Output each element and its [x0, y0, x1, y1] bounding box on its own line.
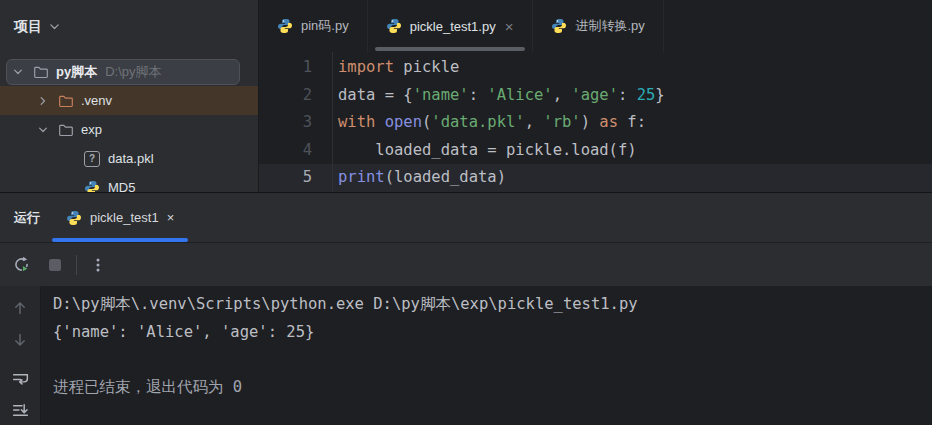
kebab-menu-icon — [89, 256, 107, 274]
close-tab-icon[interactable]: × — [504, 19, 515, 34]
run-tool-window: 运行 pickle_test1 × — [0, 192, 932, 425]
rerun-icon — [12, 255, 31, 274]
code-line[interactable]: 5print(loaded_data) — [259, 164, 932, 192]
python-file-icon — [66, 210, 82, 226]
editor-tab-pin[interactable]: pin码.py — [259, 0, 368, 52]
code-text: with open('data.pkl', 'rb') as f: — [332, 109, 646, 137]
soft-wrap-button[interactable] — [8, 366, 32, 390]
stop-button[interactable] — [42, 252, 68, 278]
console-line: D:\py脚本\.venv\Scripts\python.exe D:\py脚本… — [53, 291, 932, 319]
python-file-icon — [84, 180, 100, 193]
unknown-file-icon: ? — [84, 151, 100, 167]
editor-tab-label: pickle_test1.py — [410, 19, 496, 34]
line-number: 5 — [259, 164, 332, 192]
console-line: {'name': 'Alice', 'age': 25} — [53, 319, 932, 347]
code-line[interactable]: 2data = {'name': 'Alice', 'age': 25} — [259, 82, 932, 110]
code-text: import pickle — [332, 54, 459, 82]
close-tab-icon[interactable]: × — [167, 210, 175, 225]
run-tab-pickle-test1[interactable]: pickle_test1 × — [50, 193, 190, 242]
line-number: 1 — [259, 54, 332, 82]
python-file-icon — [277, 18, 293, 34]
folder-icon — [33, 64, 49, 80]
code-text: print(loaded_data) — [332, 164, 506, 192]
arrow-up-icon — [11, 299, 29, 317]
tree-item-label: exp — [81, 122, 102, 137]
console-line — [53, 346, 932, 374]
line-number: 3 — [259, 109, 332, 137]
gutter-separator — [332, 52, 333, 192]
prev-occurrence-button[interactable] — [8, 296, 32, 320]
line-number: 4 — [259, 137, 332, 165]
tree-item-exp[interactable]: exp — [0, 115, 258, 144]
tree-item-data-pkl[interactable]: ? data.pkl — [0, 144, 258, 173]
run-toolbar — [0, 242, 932, 286]
console-gutter-toolbar — [0, 286, 41, 425]
pycharm-window: 项目 py脚本 D:\py脚本 — [0, 0, 932, 425]
code-line[interactable]: 1import pickle — [259, 54, 932, 82]
scroll-to-end-button[interactable] — [8, 398, 32, 422]
tree-item-root[interactable]: py脚本 D:\py脚本 — [0, 57, 258, 86]
code-editor[interactable]: 1import pickle2data = {'name': 'Alice', … — [259, 52, 932, 192]
run-panel-title: 运行 — [14, 209, 40, 227]
next-occurrence-button[interactable] — [8, 328, 32, 352]
tree-item-label: MD5 — [108, 180, 135, 192]
code-text: data = {'name': 'Alice', 'age': 25} — [332, 82, 665, 110]
editor-tab-bar: pin码.py pickle_test1.py × 进制转换.py — [259, 0, 932, 52]
tree-item-venv[interactable]: .venv — [0, 86, 258, 115]
soft-wrap-icon — [11, 369, 30, 388]
tree-item-md5[interactable]: MD5 — [0, 173, 258, 192]
project-tree: py脚本 D:\py脚本 .venv exp — [0, 57, 258, 192]
code-line[interactable]: 4 loaded_data = pickle.load(f) — [259, 137, 932, 165]
editor-tab-label: 进制转换.py — [575, 17, 644, 35]
chevron-right-icon — [37, 95, 49, 107]
run-console-body: D:\py脚本\.venv\Scripts\python.exe D:\py脚本… — [0, 286, 932, 425]
stop-icon — [46, 256, 64, 274]
project-panel: 项目 py脚本 D:\py脚本 — [0, 0, 259, 192]
code-line[interactable]: 3with open('data.pkl', 'rb') as f: — [259, 109, 932, 137]
line-number: 2 — [259, 82, 332, 110]
rerun-button[interactable] — [8, 252, 34, 278]
console-line: 进程已结束，退出代码为 0 — [53, 374, 932, 402]
folder-icon — [58, 122, 74, 138]
run-tab-label: pickle_test1 — [90, 210, 159, 225]
chevron-down-icon — [37, 124, 49, 136]
project-panel-title: 项目 — [14, 18, 42, 36]
editor-tab-pickle-test1[interactable]: pickle_test1.py × — [368, 0, 534, 52]
chevron-down-icon — [48, 20, 61, 33]
python-file-icon — [551, 18, 567, 34]
code-text: loaded_data = pickle.load(f) — [332, 137, 637, 165]
run-panel-header: 运行 pickle_test1 × — [0, 193, 932, 242]
editor-area: pin码.py pickle_test1.py × 进制转换.py — [259, 0, 932, 192]
scroll-to-end-icon — [11, 401, 30, 420]
more-options-button[interactable] — [85, 252, 111, 278]
code-lines: 1import pickle2data = {'name': 'Alice', … — [259, 54, 932, 192]
arrow-down-icon — [11, 331, 29, 349]
python-file-icon — [386, 18, 402, 34]
toolbar-separator — [76, 255, 77, 275]
tree-item-label: py脚本 — [56, 63, 97, 81]
tree-item-label: .venv — [81, 93, 112, 108]
editor-tab-label: pin码.py — [301, 17, 349, 35]
tree-item-label: data.pkl — [108, 151, 154, 166]
folder-icon — [58, 93, 74, 109]
project-panel-header[interactable]: 项目 — [0, 0, 258, 40]
chevron-down-icon — [12, 66, 24, 78]
editor-tab-jinzhi[interactable]: 进制转换.py — [533, 0, 663, 52]
tree-item-path: D:\py脚本 — [105, 63, 161, 81]
run-console-output[interactable]: D:\py脚本\.venv\Scripts\python.exe D:\py脚本… — [41, 286, 932, 425]
